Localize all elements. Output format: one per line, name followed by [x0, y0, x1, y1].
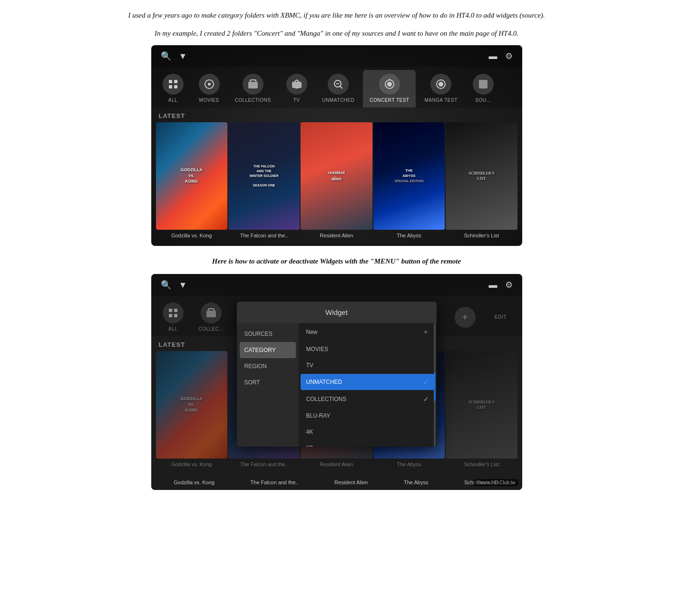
svg-rect-17: [479, 80, 488, 88]
svg-rect-1: [174, 80, 177, 83]
widget-item-movies[interactable]: MOVIES: [299, 341, 437, 357]
widget-body: SOURCES CATEGORY REGION SORT New ＋ MOVIE…: [237, 323, 437, 447]
widget-item-region[interactable]: REGION: [237, 358, 299, 374]
tab-all[interactable]: ALL: [156, 70, 190, 108]
tab2-collections[interactable]: COLLEC...: [192, 299, 231, 336]
tab-concert[interactable]: Concert TEST: [363, 70, 416, 108]
tab-tv-label: TV: [293, 98, 300, 103]
tab2-edit-label: EDIT: [495, 314, 507, 320]
copyright-badge: ©www.HD.Club.tw: [474, 479, 518, 486]
widget-item-tv[interactable]: TV: [299, 357, 437, 373]
svg-rect-7: [292, 82, 302, 88]
tab-unmatched[interactable]: UNMATCHED: [316, 70, 361, 108]
widget-item-unmatched-label: UNMATCHED: [306, 379, 342, 385]
poster2-schindler: SCHINDLER'SLIST: [446, 351, 517, 459]
tab-all-label: ALL: [168, 98, 177, 103]
tab-manga-label: Manga TEST: [424, 98, 457, 103]
filter-icon[interactable]: ▼: [179, 51, 187, 61]
drive-icon[interactable]: ▬: [489, 51, 497, 61]
tab-unmatched-label: UNMATCHED: [322, 98, 355, 103]
poster-resident: residentalien: [301, 122, 372, 230]
tab-movies-label: MOVIES: [199, 98, 219, 103]
movie-title-resident: Resident Alien: [320, 233, 353, 238]
add-new-icon: ＋: [422, 328, 429, 336]
tab-tv[interactable]: TV: [280, 70, 314, 108]
tab-collections-icon: [243, 74, 263, 95]
svg-rect-20: [169, 314, 172, 317]
widget-item-3d[interactable]: 3D: [299, 440, 437, 447]
tab-source-label: SOU...: [475, 98, 491, 103]
label-falcon2: The Falcon and the..: [251, 479, 299, 485]
toolbar-left1: 🔍 ▼: [161, 51, 187, 61]
poster-abyss: THEABYSSSPECIAL EDITION: [373, 122, 445, 230]
widget-item-4k[interactable]: 4K: [299, 424, 437, 440]
tab-collections[interactable]: COLLECTIONS: [228, 70, 278, 108]
widget-item-category[interactable]: CATEGORY: [240, 342, 296, 358]
screenshot1: 🔍 ▼ ▬ ⚙ ALL: [151, 45, 522, 246]
movie-grid1: GODZILLAvs.KONG Godzilla vs. Kong THE FA…: [151, 122, 522, 246]
svg-rect-3: [174, 85, 177, 88]
tab-manga[interactable]: Manga TEST: [418, 70, 464, 108]
widget-right-scroll: New ＋ MOVIES TV UNMATCHED ✓: [299, 323, 437, 447]
search-icon[interactable]: 🔍: [161, 51, 171, 61]
widget-item-unmatched[interactable]: UNMATCHED ✓: [301, 374, 435, 390]
widget-right-panel: New ＋ MOVIES TV UNMATCHED ✓: [299, 323, 437, 447]
settings-icon[interactable]: ⚙: [505, 51, 513, 61]
toolbar1: 🔍 ▼ ▬ ⚙: [151, 45, 522, 67]
movie-card-godzilla[interactable]: GODZILLAvs.KONG Godzilla vs. Kong: [156, 122, 227, 238]
tab-movies[interactable]: MOVIES: [192, 70, 226, 108]
movie-title2-schindler: Schindler's List: [464, 461, 499, 467]
label-godzilla2: Godzilla vs. Kong: [174, 479, 215, 485]
screenshot2: 🔍 ▼ ▬ ⚙ ALL: [151, 274, 522, 490]
poster-falcon: THE FALCONAND THEWINTER SOLDIERSEASON ON…: [228, 122, 300, 230]
movie-title-abyss: The Abyss: [397, 233, 421, 238]
widget-left-panel: SOURCES CATEGORY REGION SORT: [237, 323, 299, 447]
intro-line1: I used a few years ago to make category …: [29, 10, 644, 22]
tab-source-icon: [473, 74, 494, 95]
widget-dialog: Widget SOURCES CATEGORY REGION SORT New …: [237, 302, 437, 447]
tab-all-icon: [163, 74, 184, 95]
tab2-add[interactable]: +: [448, 303, 482, 332]
tab2-edit[interactable]: EDIT: [484, 311, 517, 324]
tab-source-partial[interactable]: SOU...: [466, 70, 500, 108]
widget-item-new[interactable]: New ＋: [299, 323, 437, 341]
nav-tabs1: ALL MOVIES COLLECTIONS: [151, 67, 522, 108]
svg-point-5: [208, 83, 211, 86]
movie-card-resident[interactable]: residentalien Resident Alien: [301, 122, 372, 238]
filter-icon2[interactable]: ▼: [179, 280, 187, 290]
tab2-all-icon: [163, 303, 184, 323]
widget-item-collections[interactable]: COLLECTIONS ✓: [299, 391, 437, 408]
intro-line2: In my example, I created 2 folders "Conc…: [29, 28, 644, 40]
movie-card-abyss[interactable]: THEABYSSSPECIAL EDITION The Abyss: [373, 122, 445, 238]
settings-icon2[interactable]: ⚙: [505, 280, 513, 290]
toolbar-right2: ▬ ⚙: [489, 280, 513, 290]
widget-title: Widget: [237, 302, 437, 323]
drive-icon2[interactable]: ▬: [489, 280, 497, 290]
tab-tv-icon: [286, 74, 307, 95]
movie-card-falcon[interactable]: THE FALCONAND THEWINTER SOLDIERSEASON ON…: [228, 122, 300, 238]
page-wrapper: I used a few years ago to make category …: [0, 0, 673, 499]
search-icon2[interactable]: 🔍: [161, 280, 171, 290]
movie-card-schindler[interactable]: SCHINDLER'SLIST Schindler's List: [446, 122, 517, 238]
poster-schindler: SCHINDLER'SLIST: [446, 122, 517, 230]
tab-unmatched-icon: [328, 74, 349, 95]
widget-item-bluray[interactable]: BLU-RAY: [299, 408, 437, 424]
toolbar-right1: ▬ ⚙: [489, 51, 513, 61]
widget-item-sources[interactable]: SOURCES: [237, 326, 299, 342]
tab-movies-icon: [199, 74, 220, 95]
svg-rect-6: [248, 82, 258, 88]
widget-item-bluray-label: BLU-RAY: [306, 412, 331, 419]
widget-item-new-label: New: [306, 329, 318, 335]
label-abyss2: The Abyss: [404, 479, 428, 485]
tab2-all[interactable]: ALL: [156, 299, 190, 336]
scrollbar-track: [434, 323, 436, 447]
section-label1: LATEST: [151, 108, 522, 122]
widget-item-3d-label: 3D: [306, 445, 313, 447]
movie-title2-godzilla: Godzilla vs. Kong: [171, 461, 212, 467]
widget-item-sort[interactable]: SORT: [237, 374, 299, 391]
poster-godzilla: GODZILLAvs.KONG: [156, 122, 227, 230]
svg-rect-19: [174, 309, 177, 312]
unmatched-check-icon: ✓: [423, 378, 429, 386]
tab2-collections-icon: [201, 303, 222, 323]
svg-rect-2: [169, 85, 172, 88]
